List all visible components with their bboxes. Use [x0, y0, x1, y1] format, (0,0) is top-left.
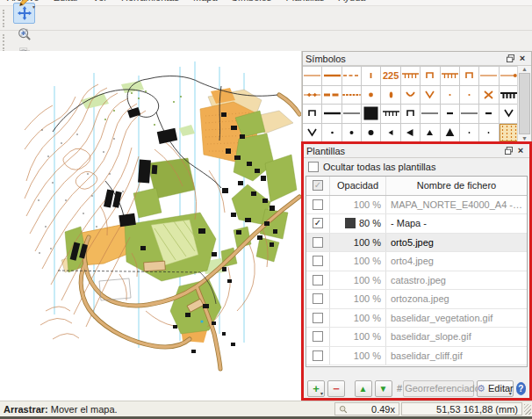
template-row[interactable]: 100 %orto5.jpeg	[306, 234, 527, 253]
menu-mapa[interactable]: Mapa	[193, 0, 218, 3]
close-panel-icon[interactable]: ×	[516, 54, 528, 64]
scrollbar-thumb[interactable]	[519, 73, 530, 134]
template-opacity[interactable]: 80 %	[359, 218, 381, 228]
move-template-up-button[interactable]: ▲	[355, 380, 372, 397]
symbol-stone-triangle[interactable]	[441, 124, 459, 142]
filename-column-header[interactable]: Nombre de fichero	[386, 180, 527, 191]
menu-bar[interactable]: ArchivoEditarVerHerramientasMapaSímbolos…	[0, 0, 532, 6]
template-row[interactable]: 100 %baselidar_vegetation.gif	[306, 309, 527, 329]
symbol-earth-bank[interactable]	[401, 67, 420, 85]
add-template-button[interactable]: +▾	[307, 380, 325, 397]
template-opacity[interactable]: 100 %	[354, 256, 381, 266]
toolbar-drag-handle[interactable]	[3, 10, 11, 27]
help-button[interactable]: ?	[516, 382, 526, 395]
symbol-elongated-knoll[interactable]	[381, 86, 399, 105]
symbol-ditch-line[interactable]	[303, 86, 321, 105]
symbol-short-cliff[interactable]	[441, 105, 459, 123]
template-filename[interactable]: baselidar_vegetation.gif	[386, 313, 527, 323]
close-panel-icon[interactable]: ×	[514, 146, 527, 156]
menu-editar[interactable]: Editar	[54, 0, 79, 3]
symbol-sandy-ground[interactable]	[500, 124, 518, 142]
menu-ver[interactable]: Ver	[92, 0, 107, 3]
template-opacity[interactable]: 100 %	[354, 313, 381, 323]
template-row[interactable]: 100 %baselidar_cliff.gif	[306, 347, 527, 366]
template-visibility-checkbox[interactable]	[313, 256, 323, 266]
symbol-rock-hole[interactable]	[303, 124, 321, 142]
symbol-rocky-line-2[interactable]	[460, 105, 478, 123]
template-opacity[interactable]: 100 %	[354, 199, 381, 210]
symbol-depression[interactable]	[401, 86, 420, 105]
symbol-slope-line[interactable]	[362, 67, 380, 85]
symbol-knoll[interactable]	[362, 86, 380, 105]
template-filename[interactable]: orto4.jpeg	[386, 256, 527, 266]
symbol-cave[interactable]	[500, 105, 518, 123]
symbol-contour-line[interactable]	[303, 67, 321, 85]
template-visibility-checkbox[interactable]	[313, 293, 323, 304]
template-opacity[interactable]: 100 %	[354, 293, 381, 304]
templates-panel-titlebar[interactable]: Plantillas ×	[304, 144, 529, 158]
template-row[interactable]: 100 %MAPA_NORTE_E4000_A4 - GPS-2015-05-2…	[306, 196, 527, 215]
symbol-dotted-line[interactable]	[342, 86, 361, 105]
scroll-up-icon[interactable]: ▲	[521, 66, 528, 72]
template-visibility-checkbox[interactable]	[313, 331, 323, 342]
zoom-indicator[interactable]: 0.49x	[334, 402, 399, 415]
template-opacity[interactable]: 100 %	[354, 350, 381, 361]
symbol-rocky-line[interactable]	[421, 105, 439, 123]
template-filename[interactable]: baselidar_cliff.gif	[386, 350, 527, 361]
symbol-cliff-with-tags[interactable]	[381, 105, 399, 123]
template-visibility-checkbox[interactable]	[313, 313, 323, 323]
symbol-boulder-cluster-small[interactable]	[381, 124, 399, 142]
symbol-small-earth-wall[interactable]	[460, 67, 478, 85]
delete-button-icon[interactable]: ✕	[13, 22, 35, 43]
template-filename[interactable]: baselidar_slope.gif	[386, 331, 527, 342]
menu-plantillas[interactable]: Plantillas	[285, 0, 324, 3]
symbol-rock-area[interactable]	[362, 105, 380, 123]
template-opacity[interactable]: 100 %	[354, 331, 381, 342]
template-visibility-checkbox[interactable]	[313, 237, 323, 248]
symbol-earth-wall[interactable]	[421, 67, 439, 85]
template-row[interactable]: 100 %baselidar_slope.gif	[306, 328, 527, 347]
edit-template-button[interactable]: ⚙ Editar▾	[477, 380, 513, 397]
symbol-erosion-gully[interactable]	[441, 67, 459, 85]
symbol-form-line[interactable]	[342, 67, 361, 85]
template-opacity[interactable]: 100 %	[354, 275, 381, 285]
template-visibility-checkbox[interactable]	[313, 275, 323, 285]
template-filename[interactable]: - Mapa -	[386, 218, 527, 228]
paint-on-template-button-icon[interactable]: ▾	[13, 0, 35, 11]
symbol-small-boulder[interactable]	[322, 124, 341, 142]
symbol-special-feature-x[interactable]	[479, 86, 498, 105]
resize-grip[interactable]	[524, 404, 531, 415]
template-filename[interactable]: MAPA_NORTE_E4000_A4 - GPS-2015-05-21...	[386, 199, 527, 210]
float-panel-icon[interactable]	[502, 146, 514, 156]
template-row[interactable]: 100 %orto4.jpeg	[306, 252, 527, 271]
symbol-pit[interactable]	[421, 86, 439, 105]
symbol-broken-ground-line[interactable]	[322, 86, 341, 105]
remove-template-button[interactable]: −	[327, 380, 345, 397]
template-opacity[interactable]: 100 %	[354, 237, 381, 248]
toolbar-drag-handle[interactable]	[3, 34, 11, 53]
menu-símbolos[interactable]: Símbolos	[232, 0, 272, 3]
symbol-index-contour[interactable]	[322, 67, 341, 85]
georeferenced-button[interactable]: # Georreferenciado	[403, 380, 475, 397]
menu-herramientas[interactable]: Herramientas	[121, 0, 179, 3]
template-filename[interactable]: catastro.jpeg	[386, 275, 527, 285]
map-canvas[interactable]	[0, 51, 302, 401]
template-row[interactable]: 100 %catastro.jpeg	[306, 271, 527, 291]
hide-all-templates-checkbox[interactable]	[308, 162, 319, 172]
symbol-cave-bracket[interactable]	[401, 105, 420, 123]
symbol-cliff-thin[interactable]	[342, 105, 361, 123]
template-row[interactable]: 80 %- Mapa -	[306, 214, 527, 234]
symbol-small-gully[interactable]	[479, 67, 498, 85]
symbol-impassable-cliff[interactable]	[500, 86, 518, 105]
template-visibility-checkbox[interactable]	[313, 350, 323, 361]
symbol-short-cliff-2[interactable]	[479, 105, 498, 123]
symbol-stone-triangle-small[interactable]	[421, 124, 439, 142]
symbol-knoll-line[interactable]	[500, 67, 518, 85]
symbol-cliff-thick[interactable]	[322, 105, 341, 123]
template-visibility-checkbox[interactable]	[313, 199, 323, 210]
template-filename[interactable]: orto5.jpeg	[386, 237, 527, 248]
symbol-broken-ground-dot[interactable]	[441, 86, 459, 105]
menu-ayuda[interactable]: Ayuda	[338, 0, 365, 3]
opacity-column-header[interactable]: Opacidad	[330, 177, 386, 195]
symbol-large-boulder[interactable]	[362, 124, 380, 142]
